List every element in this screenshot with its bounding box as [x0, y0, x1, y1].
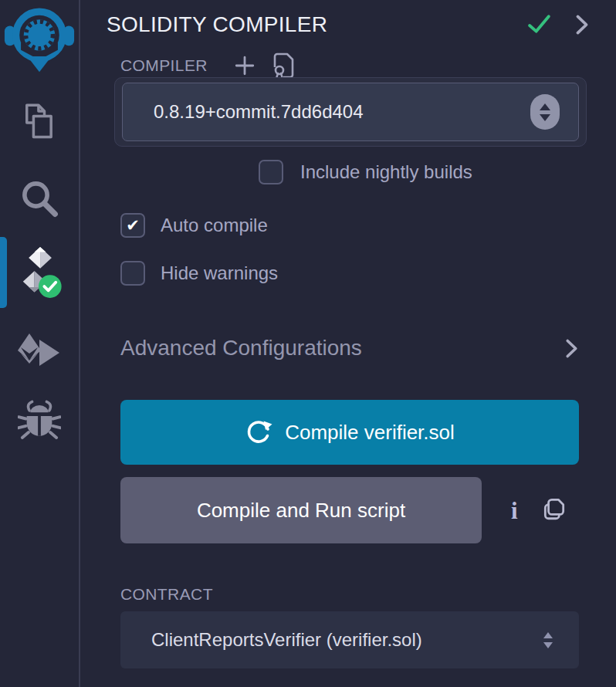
- document-badge-icon: [272, 52, 296, 79]
- compile-status-check-icon: [526, 14, 553, 36]
- search-icon: [19, 178, 60, 219]
- auto-compile-row: ✔ Auto compile: [120, 213, 579, 238]
- sidebar-item-debugger[interactable]: [0, 400, 79, 443]
- contract-select[interactable]: ClientReportsVerifier (verifier.sol): [120, 611, 579, 668]
- arrow-up-icon: [543, 632, 553, 638]
- panel-header: SOLIDITY COMPILER: [107, 9, 590, 40]
- include-nightly-row: Include nightly builds: [259, 159, 579, 185]
- copy-icon[interactable]: [541, 496, 567, 525]
- advanced-configurations-label: Advanced Configurations: [120, 336, 362, 360]
- select-arrows-pill: [530, 94, 560, 130]
- compiler-version-select-wrapper: 0.8.19+commit.7dd6d404: [114, 77, 587, 147]
- compile-button-label: Compile verifier.sol: [285, 421, 455, 445]
- select-arrows: [543, 632, 553, 648]
- page-title: SOLIDITY COMPILER: [107, 12, 327, 37]
- compiler-version-select[interactable]: 0.8.19+commit.7dd6d404: [122, 83, 579, 141]
- auto-compile-checkbox[interactable]: ✔: [120, 213, 145, 238]
- compile-and-run-label: Compile and Run script: [197, 499, 405, 523]
- remix-logo-icon: [4, 3, 75, 74]
- compiler-section-label: COMPILER: [120, 56, 208, 75]
- sidebar-item-deploy-and-run[interactable]: [0, 327, 79, 378]
- solidity-compiler-icon: [16, 245, 63, 300]
- contract-section-label: CONTRACT: [120, 585, 579, 604]
- solidity-compiler-panel: SOLIDITY COMPILER COMPILER: [80, 0, 616, 687]
- include-nightly-checkbox[interactable]: [259, 160, 283, 184]
- chevron-right-icon: [564, 338, 579, 359]
- compile-run-row: Compile and Run script i: [120, 477, 579, 543]
- checkmark-glyph: ✔: [126, 217, 140, 233]
- add-custom-compiler-button[interactable]: [234, 55, 256, 76]
- advanced-configurations-toggle[interactable]: Advanced Configurations: [120, 335, 579, 361]
- refresh-icon: [245, 418, 272, 446]
- auto-compile-label: Auto compile: [161, 215, 268, 236]
- sidebar-item-file-explorer[interactable]: [0, 102, 79, 142]
- compile-and-run-button[interactable]: Compile and Run script: [120, 477, 482, 543]
- hide-warnings-checkbox[interactable]: [120, 261, 145, 286]
- file-explorer-icon: [19, 102, 59, 142]
- sidebar-item-solidity-compiler[interactable]: [0, 239, 79, 306]
- deploy-run-icon: [16, 332, 63, 374]
- info-icon[interactable]: i: [511, 499, 518, 523]
- compiler-section-header: COMPILER: [120, 56, 579, 76]
- compiler-version-value: 0.8.19+commit.7dd6d404: [154, 101, 364, 123]
- remix-logo[interactable]: [4, 3, 75, 74]
- active-tab-indicator: [0, 237, 7, 308]
- sidebar-item-search[interactable]: [0, 178, 79, 219]
- include-nightly-label: Include nightly builds: [300, 161, 472, 183]
- open-compiler-license-button[interactable]: [272, 52, 296, 79]
- arrow-up-icon: [540, 103, 550, 110]
- hide-warnings-label: Hide warnings: [161, 262, 278, 284]
- hide-warnings-row: Hide warnings: [120, 261, 579, 286]
- plus-icon: [234, 55, 256, 76]
- icon-sidebar: [0, 0, 80, 687]
- contract-selected-value: ClientReportsVerifier (verifier.sol): [151, 629, 422, 651]
- arrow-down-icon: [540, 114, 550, 121]
- arrow-down-icon: [543, 642, 553, 648]
- collapse-panel-chevron-icon[interactable]: [574, 14, 590, 36]
- compile-button[interactable]: Compile verifier.sol: [120, 400, 579, 465]
- debugger-icon: [18, 400, 61, 443]
